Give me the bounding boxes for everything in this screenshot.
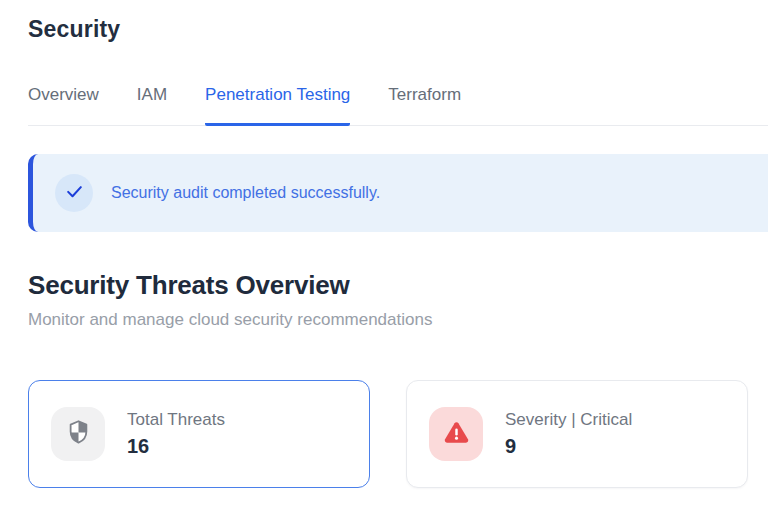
stat-cards: Total Threats 16 Severity | Critical 9 — [28, 380, 748, 488]
section-title: Security Threats Overview — [28, 270, 768, 301]
tab-terraform[interactable]: Terraform — [388, 85, 461, 126]
banner-message: Security audit completed successfully. — [111, 184, 380, 202]
page-title: Security — [28, 16, 768, 43]
card-text: Severity | Critical 9 — [505, 410, 632, 458]
tab-bar: Overview IAM Penetration Testing Terrafo… — [28, 85, 768, 126]
security-page: Security Overview IAM Penetration Testin… — [0, 0, 768, 488]
tab-overview[interactable]: Overview — [28, 85, 99, 126]
tab-iam[interactable]: IAM — [137, 85, 167, 126]
card-label: Severity | Critical — [505, 410, 632, 430]
check-badge — [55, 174, 93, 212]
alert-tile — [429, 407, 483, 461]
card-value: 16 — [127, 435, 225, 458]
card-value: 9 — [505, 435, 632, 458]
tab-penetration-testing[interactable]: Penetration Testing — [205, 85, 350, 126]
alert-triangle-icon — [443, 419, 470, 450]
success-banner: Security audit completed successfully. — [28, 154, 768, 232]
section-subtitle: Monitor and manage cloud security recomm… — [28, 310, 768, 330]
shield-tile — [51, 407, 105, 461]
check-icon — [65, 182, 84, 205]
severity-critical-card[interactable]: Severity | Critical 9 — [406, 380, 748, 488]
card-text: Total Threats 16 — [127, 410, 225, 458]
total-threats-card[interactable]: Total Threats 16 — [28, 380, 370, 488]
shield-icon — [65, 419, 92, 450]
card-label: Total Threats — [127, 410, 225, 430]
